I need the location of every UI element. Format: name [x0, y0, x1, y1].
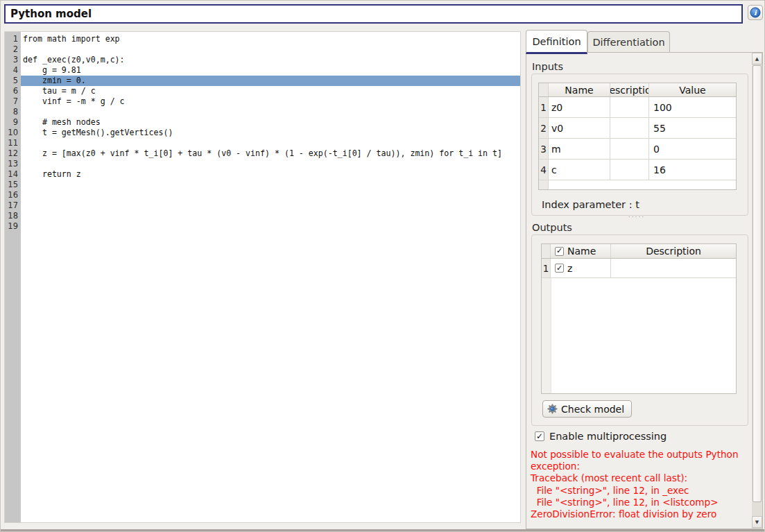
code-line[interactable]: 3 def _exec(z0,v0,m,c):	[5, 55, 520, 65]
line-number: 10	[5, 128, 21, 138]
code-line[interactable]: 13	[5, 159, 520, 169]
input-value-cell[interactable]: 100	[649, 97, 736, 117]
input-description-cell[interactable]	[610, 97, 649, 117]
code-line[interactable]: 18	[5, 211, 520, 221]
input-description-cell[interactable]	[610, 118, 649, 138]
code-line[interactable]: 17	[5, 200, 520, 211]
code-line[interactable]: 16	[5, 190, 520, 200]
input-name-cell[interactable]: z0	[549, 97, 610, 117]
line-number: 3	[5, 55, 21, 65]
code-line[interactable]: 15	[5, 180, 520, 190]
code-text: g = 9.81	[21, 65, 520, 76]
code-text	[21, 211, 520, 221]
inputs-table-header: Name Description Value	[539, 83, 736, 97]
outputs-table-body: 1 z	[542, 259, 736, 278]
inputs-table-row[interactable]: 4 c 16	[539, 160, 736, 180]
input-name-cell[interactable]: v0	[549, 118, 610, 138]
inputs-column-header-description[interactable]: Description	[610, 83, 649, 96]
code-line[interactable]: 12 z = [max(z0 + vinf * t_i[0] + tau * (…	[5, 148, 520, 159]
line-number: 8	[5, 107, 21, 117]
outputs-corner-header	[542, 244, 551, 258]
splitter-handle[interactable]: ·····	[625, 214, 648, 220]
error-message-line: Traceback (most recent call last):	[531, 472, 751, 484]
tab-differentiation-label: Differentiation	[592, 37, 664, 48]
scrollbar-up-arrow-icon[interactable]: ▲	[752, 53, 762, 65]
code-line[interactable]: 10 t = getMesh().getVertices()	[5, 128, 520, 138]
code-line[interactable]: 8	[5, 107, 520, 117]
code-line[interactable]: 9 # mesh nodes	[5, 117, 520, 128]
output-name-cell[interactable]: z	[551, 259, 611, 277]
line-number: 11	[5, 138, 21, 148]
code-text: from math import exp	[21, 34, 520, 44]
code-text: z = [max(z0 + vinf * t_i[0] + tau * (v0 …	[21, 148, 520, 159]
error-message-line: File "<string>", line 12, in _exec	[531, 485, 751, 497]
inputs-column-header-name[interactable]: Name	[549, 83, 610, 96]
row-number: 4	[539, 160, 549, 180]
line-number: 9	[5, 117, 21, 128]
error-message: Not possible to evaluate the outputs Pyt…	[531, 449, 751, 520]
code-line[interactable]: 7 vinf = -m * g / c	[5, 96, 520, 107]
code-line[interactable]: 14 return z	[5, 169, 520, 180]
code-text: zmin = 0.	[21, 76, 520, 86]
code-text: vinf = -m * g / c	[21, 96, 520, 107]
multiprocessing-row: Enable multiprocessing	[535, 431, 667, 442]
check-model-button-label: Check model	[561, 404, 624, 415]
row-number: 1	[539, 97, 549, 117]
scrollbar-down-arrow-icon[interactable]: ▼	[752, 516, 762, 528]
code-lines: 1 from math import exp 2 3 def _exec(z0,…	[5, 32, 520, 232]
input-value-cell[interactable]: 16	[649, 160, 736, 180]
code-line[interactable]: 19	[5, 221, 520, 232]
info-button[interactable]: i	[748, 5, 763, 20]
input-description-cell[interactable]	[610, 139, 649, 159]
window-title-bar: Python model	[4, 4, 743, 24]
line-number: 13	[5, 159, 21, 169]
inputs-table-row[interactable]: 3 m 0	[539, 139, 736, 160]
multiprocessing-label: Enable multiprocessing	[549, 431, 667, 442]
input-value-cell[interactable]: 55	[649, 118, 736, 138]
outputs-column-header-name[interactable]: Name	[551, 244, 611, 258]
code-text: t = getMesh().getVertices()	[21, 128, 520, 138]
code-line[interactable]: 4 g = 9.81	[5, 65, 520, 76]
line-number: 12	[5, 148, 21, 159]
code-text	[21, 107, 520, 117]
code-line[interactable]: 1 from math import exp	[5, 34, 520, 44]
row-number: 1	[542, 259, 551, 277]
error-message-line: Not possible to evaluate the outputs Pyt…	[531, 449, 751, 461]
line-number: 15	[5, 180, 21, 190]
inputs-column-header-value[interactable]: Value	[649, 83, 736, 96]
window-title: Python model	[10, 8, 92, 20]
code-line[interactable]: 6 tau = m / c	[5, 86, 520, 96]
row-number: 3	[539, 139, 549, 159]
python-model-window: Python model i 1 from math import exp 2 …	[0, 0, 765, 532]
inputs-corner-header	[539, 83, 549, 96]
line-number: 16	[5, 190, 21, 200]
tab-differentiation[interactable]: Differentiation	[587, 31, 670, 52]
code-text	[21, 180, 520, 190]
tab-definition[interactable]: Definition	[526, 30, 587, 54]
outputs-select-all-checkbox[interactable]	[555, 247, 564, 256]
line-number: 19	[5, 221, 21, 232]
code-text	[21, 221, 520, 232]
output-description-cell[interactable]	[611, 259, 736, 277]
line-number: 4	[5, 65, 21, 76]
code-line[interactable]: 5 zmin = 0.	[5, 76, 520, 86]
multiprocessing-checkbox[interactable]	[535, 431, 544, 441]
outputs-column-header-description[interactable]: Description	[611, 244, 736, 258]
line-number: 18	[5, 211, 21, 221]
scrollbar-thumb[interactable]	[753, 65, 762, 502]
input-description-cell[interactable]	[610, 160, 649, 180]
input-name-cell[interactable]: m	[549, 139, 610, 159]
inputs-table-row[interactable]: 1 z0 100	[539, 97, 736, 118]
input-value-cell[interactable]: 0	[649, 139, 736, 159]
panel-scrollbar[interactable]: ▲ ▼	[752, 53, 762, 529]
input-name-cell[interactable]: c	[549, 160, 610, 180]
code-editor[interactable]: 1 from math import exp 2 3 def _exec(z0,…	[4, 31, 521, 523]
code-line[interactable]: 11	[5, 138, 520, 148]
gear-icon	[547, 404, 558, 414]
code-line[interactable]: 2	[5, 44, 520, 55]
check-model-button[interactable]: Check model	[542, 400, 632, 418]
output-row-checkbox[interactable]	[555, 264, 564, 273]
line-number: 2	[5, 44, 21, 55]
outputs-table-row[interactable]: 1 z	[542, 259, 736, 278]
inputs-table-row[interactable]: 2 v0 55	[539, 118, 736, 139]
